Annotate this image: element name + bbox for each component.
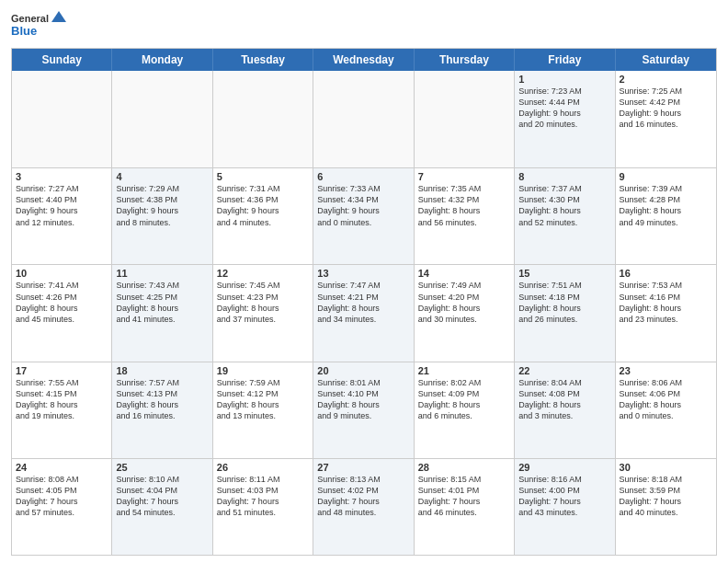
day-info: Sunrise: 8:10 AM Sunset: 4:04 PM Dayligh… [116, 474, 208, 519]
day-info: Sunrise: 7:47 AM Sunset: 4:21 PM Dayligh… [317, 280, 409, 325]
day-info: Sunrise: 8:16 AM Sunset: 4:00 PM Dayligh… [518, 474, 610, 519]
day-info: Sunrise: 7:29 AM Sunset: 4:38 PM Dayligh… [116, 183, 208, 228]
day-number: 21 [418, 365, 510, 376]
day-number: 26 [217, 462, 309, 473]
cal-cell: 21Sunrise: 8:02 AM Sunset: 4:09 PM Dayli… [415, 362, 515, 458]
svg-text:General: General [11, 13, 49, 24]
day-info: Sunrise: 7:51 AM Sunset: 4:18 PM Dayligh… [518, 280, 610, 325]
cal-cell: 3Sunrise: 7:27 AM Sunset: 4:40 PM Daylig… [12, 168, 112, 264]
calendar-header: SundayMondayTuesdayWednesdayThursdayFrid… [12, 49, 716, 71]
cal-cell: 28Sunrise: 8:15 AM Sunset: 4:01 PM Dayli… [415, 459, 515, 555]
week-row-1: 1Sunrise: 7:23 AM Sunset: 4:44 PM Daylig… [12, 71, 716, 167]
cal-cell: 30Sunrise: 8:18 AM Sunset: 3:59 PM Dayli… [616, 459, 716, 555]
day-info: Sunrise: 7:53 AM Sunset: 4:16 PM Dayligh… [620, 280, 712, 325]
day-info: Sunrise: 8:02 AM Sunset: 4:09 PM Dayligh… [418, 377, 510, 422]
cal-cell: 27Sunrise: 8:13 AM Sunset: 4:02 PM Dayli… [313, 459, 414, 555]
cal-cell: 14Sunrise: 7:49 AM Sunset: 4:20 PM Dayli… [415, 265, 515, 361]
day-number: 6 [317, 171, 409, 182]
cal-cell: 2Sunrise: 7:25 AM Sunset: 4:42 PM Daylig… [616, 71, 716, 167]
day-number: 27 [317, 462, 409, 473]
day-number: 7 [418, 171, 510, 182]
cal-cell: 29Sunrise: 8:16 AM Sunset: 4:00 PM Dayli… [515, 459, 615, 555]
day-number: 5 [217, 171, 309, 182]
cal-cell [213, 71, 313, 167]
day-info: Sunrise: 8:18 AM Sunset: 3:59 PM Dayligh… [620, 474, 712, 519]
day-number: 3 [16, 171, 108, 182]
day-info: Sunrise: 7:23 AM Sunset: 4:44 PM Dayligh… [518, 86, 610, 131]
cal-cell: 13Sunrise: 7:47 AM Sunset: 4:21 PM Dayli… [313, 265, 414, 361]
cal-cell: 12Sunrise: 7:45 AM Sunset: 4:23 PM Dayli… [213, 265, 313, 361]
day-number: 25 [116, 462, 208, 473]
calendar-body: 1Sunrise: 7:23 AM Sunset: 4:44 PM Daylig… [12, 71, 716, 555]
day-info: Sunrise: 7:37 AM Sunset: 4:30 PM Dayligh… [518, 183, 610, 228]
cal-cell: 15Sunrise: 7:51 AM Sunset: 4:18 PM Dayli… [515, 265, 615, 361]
day-info: Sunrise: 7:41 AM Sunset: 4:26 PM Dayligh… [16, 280, 108, 325]
day-number: 24 [16, 462, 108, 473]
day-number: 8 [518, 171, 610, 182]
day-number: 28 [418, 462, 510, 473]
cal-cell [12, 71, 112, 167]
day-number: 29 [518, 462, 610, 473]
cal-cell: 11Sunrise: 7:43 AM Sunset: 4:25 PM Dayli… [112, 265, 212, 361]
day-number: 30 [620, 462, 712, 473]
day-info: Sunrise: 7:57 AM Sunset: 4:13 PM Dayligh… [116, 377, 208, 422]
day-info: Sunrise: 7:27 AM Sunset: 4:40 PM Dayligh… [16, 183, 108, 228]
header-day-saturday: Saturday [616, 49, 716, 71]
cal-cell: 22Sunrise: 8:04 AM Sunset: 4:08 PM Dayli… [515, 362, 615, 458]
day-number: 18 [116, 365, 208, 376]
day-info: Sunrise: 8:15 AM Sunset: 4:01 PM Dayligh… [418, 474, 510, 519]
day-info: Sunrise: 8:01 AM Sunset: 4:10 PM Dayligh… [317, 377, 409, 422]
day-info: Sunrise: 7:45 AM Sunset: 4:23 PM Dayligh… [217, 280, 309, 325]
logo-svg: General Blue [11, 9, 66, 42]
day-info: Sunrise: 7:33 AM Sunset: 4:34 PM Dayligh… [317, 183, 409, 228]
day-info: Sunrise: 7:31 AM Sunset: 4:36 PM Dayligh… [217, 183, 309, 228]
week-row-2: 3Sunrise: 7:27 AM Sunset: 4:40 PM Daylig… [12, 167, 716, 264]
logo: General Blue [11, 9, 66, 42]
cal-cell: 19Sunrise: 7:59 AM Sunset: 4:12 PM Dayli… [213, 362, 313, 458]
day-number: 11 [116, 268, 208, 279]
day-info: Sunrise: 7:39 AM Sunset: 4:28 PM Dayligh… [620, 183, 712, 228]
header-day-monday: Monday [112, 49, 212, 71]
cal-cell: 5Sunrise: 7:31 AM Sunset: 4:36 PM Daylig… [213, 168, 313, 264]
week-row-4: 17Sunrise: 7:55 AM Sunset: 4:15 PM Dayli… [12, 362, 716, 458]
header-day-friday: Friday [515, 49, 615, 71]
day-number: 17 [16, 365, 108, 376]
cal-cell: 26Sunrise: 8:11 AM Sunset: 4:03 PM Dayli… [213, 459, 313, 555]
day-number: 22 [518, 365, 610, 376]
header: General Blue [11, 9, 717, 42]
calendar: SundayMondayTuesdayWednesdayThursdayFrid… [11, 48, 717, 556]
day-number: 19 [217, 365, 309, 376]
week-row-3: 10Sunrise: 7:41 AM Sunset: 4:26 PM Dayli… [12, 264, 716, 361]
cal-cell: 6Sunrise: 7:33 AM Sunset: 4:34 PM Daylig… [313, 168, 414, 264]
cal-cell: 16Sunrise: 7:53 AM Sunset: 4:16 PM Dayli… [616, 265, 716, 361]
day-number: 12 [217, 268, 309, 279]
header-day-wednesday: Wednesday [313, 49, 414, 71]
cal-cell: 25Sunrise: 8:10 AM Sunset: 4:04 PM Dayli… [112, 459, 212, 555]
cal-cell: 23Sunrise: 8:06 AM Sunset: 4:06 PM Dayli… [616, 362, 716, 458]
day-info: Sunrise: 7:49 AM Sunset: 4:20 PM Dayligh… [418, 280, 510, 325]
cal-cell [313, 71, 414, 167]
svg-marker-2 [51, 11, 66, 22]
day-info: Sunrise: 7:35 AM Sunset: 4:32 PM Dayligh… [418, 183, 510, 228]
header-day-thursday: Thursday [415, 49, 515, 71]
cal-cell: 18Sunrise: 7:57 AM Sunset: 4:13 PM Dayli… [112, 362, 212, 458]
day-number: 2 [620, 74, 712, 85]
header-day-sunday: Sunday [12, 49, 112, 71]
cal-cell: 17Sunrise: 7:55 AM Sunset: 4:15 PM Dayli… [12, 362, 112, 458]
day-number: 23 [620, 365, 712, 376]
cal-cell: 9Sunrise: 7:39 AM Sunset: 4:28 PM Daylig… [616, 168, 716, 264]
cal-cell: 7Sunrise: 7:35 AM Sunset: 4:32 PM Daylig… [415, 168, 515, 264]
week-row-5: 24Sunrise: 8:08 AM Sunset: 4:05 PM Dayli… [12, 458, 716, 555]
cal-cell: 10Sunrise: 7:41 AM Sunset: 4:26 PM Dayli… [12, 265, 112, 361]
page-container: General Blue SundayMondayTuesdayWednesda… [0, 0, 728, 563]
day-number: 10 [16, 268, 108, 279]
day-info: Sunrise: 8:11 AM Sunset: 4:03 PM Dayligh… [217, 474, 309, 519]
day-info: Sunrise: 7:55 AM Sunset: 4:15 PM Dayligh… [16, 377, 108, 422]
day-number: 4 [116, 171, 208, 182]
day-info: Sunrise: 8:04 AM Sunset: 4:08 PM Dayligh… [518, 377, 610, 422]
day-info: Sunrise: 8:06 AM Sunset: 4:06 PM Dayligh… [620, 377, 712, 422]
day-number: 9 [620, 171, 712, 182]
cal-cell: 4Sunrise: 7:29 AM Sunset: 4:38 PM Daylig… [112, 168, 212, 264]
day-info: Sunrise: 8:08 AM Sunset: 4:05 PM Dayligh… [16, 474, 108, 519]
day-info: Sunrise: 7:43 AM Sunset: 4:25 PM Dayligh… [116, 280, 208, 325]
